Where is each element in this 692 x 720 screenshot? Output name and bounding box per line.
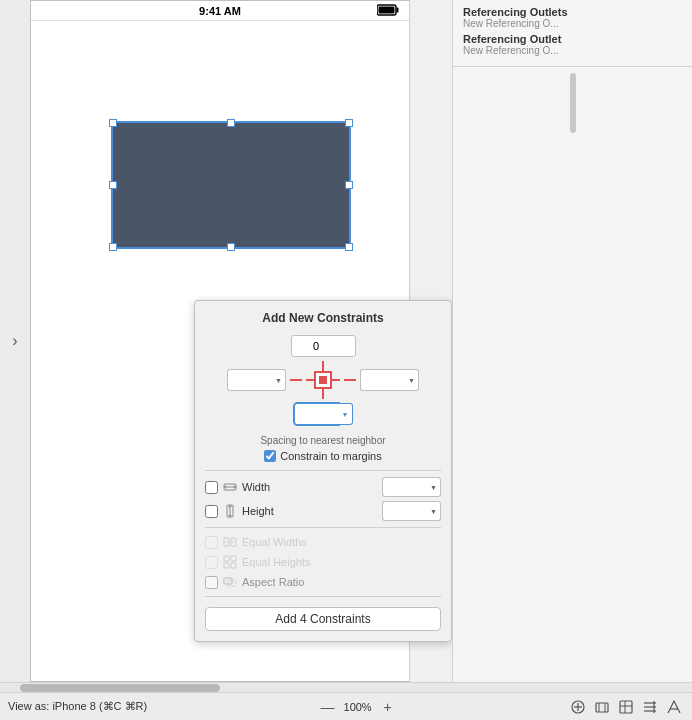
equal-heights-row: Equal Heights [205, 554, 441, 570]
add-constraints-button[interactable]: Add 4 Constraints [205, 607, 441, 631]
equal-widths-checkbox[interactable] [205, 536, 218, 549]
toolbar-right [568, 697, 684, 717]
zoom-plus-button[interactable]: + [380, 699, 396, 715]
outlet-label-2: Referencing Outlet [463, 33, 682, 45]
svg-rect-1 [397, 8, 399, 13]
svg-rect-17 [231, 556, 236, 561]
svg-rect-27 [620, 701, 632, 713]
toolbar-left: View as: iPhone 8 (⌘C ⌘R) [8, 700, 147, 713]
center-indicator [306, 361, 340, 399]
equal-widths-icon [222, 534, 238, 550]
divider-2 [205, 527, 441, 528]
spacing-left-arrow: ▼ [272, 369, 286, 391]
canvas-area: 9:41 AM [30, 0, 452, 682]
left-arrow-icon[interactable]: › [12, 332, 17, 350]
handle-top-center[interactable] [227, 119, 235, 127]
divider-3 [205, 596, 441, 597]
width-label: Width [242, 481, 378, 493]
aspect-ratio-icon [222, 574, 238, 590]
width-row: Width 240 ▼ [205, 477, 441, 497]
outlet-item-2: Referencing Outlet New Referencing O... [463, 33, 682, 56]
svg-rect-24 [596, 703, 608, 712]
handle-bottom-left[interactable] [109, 243, 117, 251]
handle-middle-left[interactable] [109, 181, 117, 189]
spacing-right-arrow: ▼ [405, 369, 419, 391]
spacing-middle-row: 0 ▼ [227, 361, 419, 399]
svg-rect-16 [224, 563, 229, 568]
left-panel: › [0, 0, 30, 682]
selected-view[interactable] [111, 121, 351, 249]
equal-heights-icon [222, 554, 238, 570]
handle-middle-right[interactable] [345, 181, 353, 189]
iphone-status-bar: 9:41 AM [31, 1, 409, 21]
toolbar-center: — 100% + [155, 699, 560, 715]
outlet-label-1: Referencing Outlets [463, 6, 682, 18]
bottom-toolbar: View as: iPhone 8 (⌘C ⌘R) — 100% + [0, 692, 692, 720]
right-panel-scrollbar[interactable] [570, 73, 576, 133]
svg-rect-15 [224, 556, 229, 561]
spacing-bottom-row: 0 ▼ [294, 403, 353, 425]
svg-rect-2 [379, 7, 395, 14]
width-dropdown-arrow[interactable]: ▼ [427, 477, 441, 497]
aspect-ratio-checkbox[interactable] [205, 576, 218, 589]
width-icon [222, 479, 238, 495]
spacing-bottom-arrow: ▼ [339, 403, 353, 425]
spacing-bottom-input[interactable]: 0 [294, 403, 339, 425]
spacing-top-input[interactable]: 0 [291, 335, 356, 357]
toolbar-icon-3[interactable] [616, 697, 636, 717]
height-dropdown-arrow[interactable]: ▼ [427, 501, 441, 521]
zoom-minus-button[interactable]: — [320, 699, 336, 715]
outlet-sub-2: New Referencing O... [463, 45, 682, 56]
view-as-label: View as: iPhone 8 (⌘C ⌘R) [8, 700, 147, 713]
constraints-panel: Add New Constraints 0 0 ▼ [194, 300, 452, 642]
battery-icon [377, 4, 399, 19]
h-line-right [344, 379, 356, 381]
handle-bottom-right[interactable] [345, 243, 353, 251]
svg-rect-18 [231, 563, 236, 568]
height-checkbox[interactable] [205, 505, 218, 518]
spacing-left-input[interactable]: 0 [227, 369, 272, 391]
right-panel: Referencing Outlets New Referencing O...… [452, 0, 692, 682]
handle-bottom-center[interactable] [227, 243, 235, 251]
toolbar-icon-4[interactable] [640, 697, 660, 717]
aspect-ratio-row: Aspect Ratio [205, 574, 441, 590]
equal-heights-label: Equal Heights [242, 556, 441, 568]
aspect-ratio-label: Aspect Ratio [242, 576, 441, 588]
right-panel-top: Referencing Outlets New Referencing O...… [453, 0, 692, 67]
toolbar-icon-5[interactable] [664, 697, 684, 717]
equal-heights-checkbox[interactable] [205, 556, 218, 569]
outlet-sub-1: New Referencing O... [463, 18, 682, 29]
spacing-label: Spacing to nearest neighbor [205, 435, 441, 446]
spacing-top-row: 0 [291, 335, 356, 357]
handle-top-right[interactable] [345, 119, 353, 127]
scrollbar-thumb[interactable] [20, 684, 220, 692]
toolbar-icon-1[interactable] [568, 697, 588, 717]
height-label: Height [242, 505, 378, 517]
h-line-left [290, 379, 302, 381]
height-value[interactable]: 128 [382, 501, 427, 521]
divider-1 [205, 470, 441, 471]
iphone-time: 9:41 AM [199, 5, 241, 17]
constrain-margins-label: Constrain to margins [280, 450, 382, 462]
equal-widths-label: Equal Widths [242, 536, 441, 548]
equal-widths-row: Equal Widths [205, 534, 441, 550]
width-value[interactable]: 240 [382, 477, 427, 497]
zoom-value: 100% [344, 701, 372, 713]
outlet-item-1: Referencing Outlets New Referencing O... [463, 6, 682, 29]
width-checkbox[interactable] [205, 481, 218, 494]
height-icon [222, 503, 238, 519]
toolbar-icon-2[interactable] [592, 697, 612, 717]
constraints-title: Add New Constraints [205, 311, 441, 325]
spacing-container: 0 0 ▼ [205, 333, 441, 427]
constrain-margins-row: Constrain to margins [205, 450, 441, 462]
spacing-right-input[interactable]: 0 [360, 369, 405, 391]
constrain-margins-checkbox[interactable] [264, 450, 276, 462]
handle-top-left[interactable] [109, 119, 117, 127]
canvas-horizontal-scrollbar[interactable] [0, 682, 692, 692]
height-row: Height 128 ▼ [205, 501, 441, 521]
